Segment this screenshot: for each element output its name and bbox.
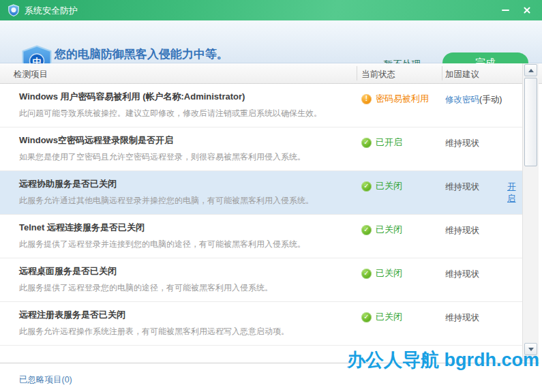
check-icon: ✓ <box>361 138 372 148</box>
minimize-icon <box>502 10 509 11</box>
table-row[interactable]: Telnet 远程连接服务是否已关闭此服务提供了远程登录并连接到您的电脑的途径，… <box>0 215 522 258</box>
suggestion-cell: 修改密码(手动) <box>445 94 502 106</box>
suggestion-cell: 维持现状 <box>445 181 479 193</box>
check-icon: ✓ <box>361 269 372 279</box>
check-item-title: Windows空密码远程登录限制是否开启 <box>19 134 173 147</box>
column-divider <box>442 66 442 80</box>
check-item-description: 如果您是使用了空密码且允许空密码远程登录，则很容易被黑客利用侵入系统。 <box>19 151 305 163</box>
scrollbar-thumb[interactable] <box>524 78 537 166</box>
check-item-title: 远程桌面服务是否已关闭 <box>19 265 117 277</box>
close-button[interactable] <box>519 3 535 18</box>
warning-icon: ! <box>361 94 372 104</box>
table-row[interactable]: 远程桌面服务是否已关闭此服务提供了远程登录您的电脑的途径，有可能被黑客利用入侵系… <box>0 258 522 302</box>
check-item-description: 此问题可能导致系统被操控。建议立即修改，修改后请注销或重启系统以确保生效。 <box>19 108 322 119</box>
column-header-check-item: 检测项目 <box>14 69 48 80</box>
action-link[interactable]: 开启 <box>507 181 522 205</box>
security-summary-title: 您的电脑防御黑客入侵能力中等。 <box>55 46 228 62</box>
suggestion-cell: 维持现状 <box>445 312 479 324</box>
status-text: 已关闭 <box>376 224 402 236</box>
scroll-up-button[interactable] <box>524 64 537 76</box>
check-icon: ✓ <box>361 312 372 322</box>
table-header: 检测项目 当前状态 加固建议 <box>0 63 542 84</box>
suggestion-cell: 维持现状 <box>445 225 479 237</box>
table-row[interactable]: Windows空密码远程登录限制是否开启如果您是使用了空密码且允许空密码远程登录… <box>0 127 522 171</box>
status-cell: ✓已关闭 <box>361 311 402 323</box>
status-cell: ✓已关闭 <box>361 224 402 236</box>
suggestion-cell: 维持现状 <box>445 269 479 280</box>
check-item-description: 此服务允许远程操作系统注册表，有可能被黑客利用远程写入恶意启动项。 <box>19 326 289 337</box>
check-icon: ✓ <box>361 225 372 235</box>
status-cell: ✓已开启 <box>361 136 402 149</box>
status-text: 已关闭 <box>376 311 402 323</box>
check-item-description: 此服务提供了远程登录您的电脑的途径，有可能被黑客利用入侵系统。 <box>19 282 273 294</box>
vertical-scrollbar[interactable] <box>522 63 539 361</box>
check-item-title: Windows 用户密码容易被利用 (帐户名称:Administrator) <box>19 91 245 103</box>
status-text: 已关闭 <box>376 180 402 192</box>
titlebar: 系统安全防护 <box>0 0 542 20</box>
status-text: 密码易被利用 <box>376 93 429 105</box>
result-header: 中 您的电脑防御黑客入侵能力中等。 有 1 个项目需要加固，建议您尽快加固薄弱项… <box>0 20 542 63</box>
status-text: 已开启 <box>376 136 402 149</box>
minimize-button[interactable] <box>497 3 513 18</box>
status-cell: ✓已关闭 <box>361 267 402 280</box>
scroll-up-icon <box>528 69 534 72</box>
ignored-items-link[interactable]: 已忽略项目(0) <box>19 374 72 386</box>
column-divider <box>357 66 357 80</box>
app-shield-icon <box>7 4 20 16</box>
suggestion-link[interactable]: 修改密码 <box>445 95 479 104</box>
system-security-window: 系统安全防护 中 您的电脑防御黑客入侵能力中等。 有 1 个项目需要加固，建议您… <box>0 0 542 392</box>
watermark-text: 办公人导航 bgrdh.com <box>347 348 539 372</box>
column-header-current-status: 当前状态 <box>361 69 395 80</box>
check-item-description: 此服务允许通过其他电脑远程登录并操控您的电脑，有可能被黑客利用入侵系统。 <box>19 195 314 207</box>
check-items-list: Windows 用户密码容易被利用 (帐户名称:Administrator)此问… <box>0 84 522 346</box>
suggestion-cell: 维持现状 <box>445 138 479 149</box>
table-row[interactable]: 远程注册表服务是否已关闭此服务允许远程操作系统注册表，有可能被黑客利用远程写入恶… <box>0 302 522 346</box>
suggestion-note: (手动) <box>479 95 502 104</box>
check-item-description: 此服务提供了远程登录并连接到您的电脑的途径，有可能被黑客利用入侵系统。 <box>19 239 305 250</box>
check-item-title: Telnet 远程连接服务是否已关闭 <box>19 222 145 234</box>
table-row[interactable]: 远程协助服务是否已关闭此服务允许通过其他电脑远程登录并操控您的电脑，有可能被黑客… <box>0 171 522 215</box>
table-row[interactable]: Windows 用户密码容易被利用 (帐户名称:Administrator)此问… <box>0 84 522 127</box>
close-icon <box>523 6 531 14</box>
column-header-suggestion: 加固建议 <box>445 69 479 80</box>
window-title: 系统安全防护 <box>25 5 78 17</box>
check-icon: ✓ <box>361 181 372 192</box>
status-text: 已关闭 <box>376 267 402 280</box>
check-item-title: 远程协助服务是否已关闭 <box>19 178 117 190</box>
status-cell: ✓已关闭 <box>361 180 402 192</box>
check-item-title: 远程注册表服务是否已关闭 <box>19 309 125 321</box>
status-cell: !密码易被利用 <box>361 93 429 105</box>
